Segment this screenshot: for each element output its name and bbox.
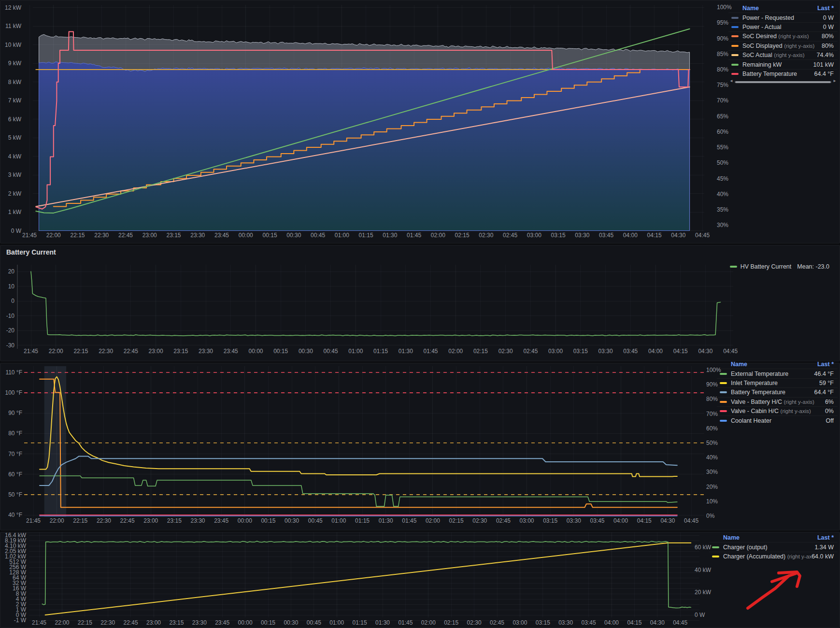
y-axis-right-tick: 0% [706,513,715,519]
x-axis-tick: 22:45 [120,517,135,524]
legend-series-name[interactable]: External Temperature [731,371,814,377]
legend-row[interactable]: Charger (Accumulated) (right y-axis)64.0… [709,552,838,561]
legend-series-name[interactable]: Coolant Heater [731,417,826,424]
x-axis-tick: 02:15 [455,232,470,239]
y-axis-left-tick: 70 °F [8,451,22,457]
x-axis-tick: 01:45 [398,619,413,626]
legend-row[interactable]: Valve - Battery H/C (right y-axis)6% [717,397,838,406]
scroll-left-arrow-icon[interactable]: ◄ [729,79,733,83]
hand-drawn-arrow [748,576,789,608]
x-axis-tick: 01:30 [379,517,393,524]
legend-axis-suffix: (right y-axis) [778,33,809,39]
legend-row[interactable]: Coolant Heater Off [717,415,838,425]
legend-header-last[interactable]: Last * [817,5,834,12]
legend-series-name[interactable]: HV Battery Current [740,263,792,270]
legend-row[interactable]: Remaining kW 101 kW [728,59,838,69]
y-axis-left-tick: 7 kW [8,97,22,104]
legend-row[interactable]: Battery Temperature 64.4 °F [717,387,838,397]
legend-header-name[interactable]: Name [731,361,817,368]
legend-last-value: 80% [822,43,834,49]
legend-row[interactable]: SoC Actual (right y-axis)74.4% [728,50,838,59]
x-axis-tick: 22:15 [73,517,87,524]
series-color-swatch [731,17,739,19]
series-temps-external-temperature[interactable] [40,476,677,506]
legend-series-name[interactable]: SoC Actual (right y-axis) [742,52,817,58]
x-axis-tick: 22:45 [118,232,133,239]
legend-mean-value: Mean: -23.0 [797,263,829,270]
x-axis-tick: 00:15 [261,517,275,524]
legend-row[interactable]: Charger (output) 1.34 W [709,542,838,551]
legend-axis-suffix: (right y-axis) [784,399,814,405]
y-axis-left-tick: 11 kW [5,23,22,29]
legend-row[interactable]: Valve - Cabin H/C (right y-axis)0% [717,406,838,415]
legend-row[interactable]: Power - Requested 0 W [728,13,838,22]
legend-series-name[interactable]: Remaining kW [742,61,813,68]
legend-row[interactable]: External Temperature 46.4 °F [717,369,838,378]
legend-series-name[interactable]: SoC Displayed (right y-axis) [742,43,822,49]
x-axis-tick: 00:00 [239,232,253,239]
x-axis-tick: 23:30 [190,517,205,524]
legend-last-value: 0 W [823,24,834,30]
y-axis-left-tick: -20 [6,327,15,334]
x-axis-tick: 03:45 [582,619,596,626]
legend-header-name[interactable]: Name [742,5,817,12]
legend-series-name[interactable]: Battery Temperature [731,389,814,396]
legend-series-name[interactable]: Charger (output) [723,544,814,551]
x-axis-tick: 02:30 [467,619,482,626]
legend-series-name[interactable]: Inlet Temperature [731,380,819,386]
legend-header-name[interactable]: Name [723,534,817,541]
x-axis-tick: 03:15 [573,348,588,355]
legend-series-name[interactable]: Power - Actual [742,24,823,30]
series-color-swatch [720,410,727,412]
x-axis-tick: 02:15 [473,348,488,355]
series-color-swatch [720,401,727,403]
x-axis-tick: 22:00 [50,517,64,524]
legend-series-name[interactable]: Battery Temperature [742,71,814,77]
legend-last-value: 64.4 °F [814,71,834,77]
legend-header-last[interactable]: Last * [817,534,834,541]
y-axis-right-tick: 20 kW [695,589,712,596]
series-current-hv-battery-current[interactable] [31,271,721,336]
legend-series-name[interactable]: SoC Desired (right y-axis) [742,33,822,40]
y-axis-right-tick: 90% [717,35,728,42]
x-axis-tick: 02:00 [426,517,440,524]
legend-battery-current[interactable]: HV Battery CurrentMean: -23.0 [730,263,829,270]
legend-last-value: 46.4 °F [814,371,834,377]
y-axis-right-tick: 60% [706,425,718,432]
x-axis-tick: 02:45 [523,348,538,355]
x-axis-tick: 01:45 [424,348,438,355]
x-axis-tick: 23:30 [190,232,205,239]
legend-row[interactable]: Power - Actual 0 W [728,22,838,31]
legend-last-value: 64.4 °F [814,389,834,396]
x-axis-tick: 03:00 [520,517,534,524]
legend-row[interactable]: SoC Desired (right y-axis)80% [728,31,838,41]
legend-last-value: 64.0 kW [812,553,834,560]
series-temps-battery-temperature[interactable] [40,457,677,485]
x-axis-tick: 02:45 [503,232,517,239]
x-axis-tick: 01:00 [329,619,344,626]
x-axis-tick: 22:30 [99,348,113,355]
x-axis-tick: 01:00 [331,517,346,524]
scroll-right-arrow-icon[interactable]: ► [833,79,837,83]
legend-series-name[interactable]: Valve - Cabin H/C (right y-axis) [731,408,825,414]
x-axis-tick: 02:30 [472,517,487,524]
legend-header-last[interactable]: Last * [817,361,834,368]
y-axis-right-tick: 70% [706,411,718,417]
legend-row[interactable]: Battery Temperature 64.4 °F [728,69,838,78]
legend-row[interactable]: Inlet Temperature 59 °F [717,378,838,387]
x-axis-tick: 00:15 [263,232,277,239]
x-axis-tick: 23:45 [214,232,229,239]
x-axis-tick: 22:30 [100,619,115,626]
legend-scrollbar[interactable]: ◄► [729,80,837,85]
x-axis-tick: 23:45 [214,517,228,524]
legend-series-name[interactable]: Power - Requested [742,14,823,21]
series-color-swatch [720,420,727,422]
y-axis-right-tick: 40% [717,191,728,198]
y-axis-left-tick: 12 kW [5,4,22,11]
x-axis-tick: 00:45 [308,517,323,524]
legend-row[interactable]: SoC Displayed (right y-axis)80% [728,41,838,50]
legend-series-name[interactable]: Valve - Battery H/C (right y-axis) [731,399,825,405]
legend-series-name[interactable]: Charger (Accumulated) (right y-axis) [723,553,812,560]
scrollbar-thumb[interactable] [735,81,831,83]
y-axis-right-tick: 65% [717,113,728,120]
